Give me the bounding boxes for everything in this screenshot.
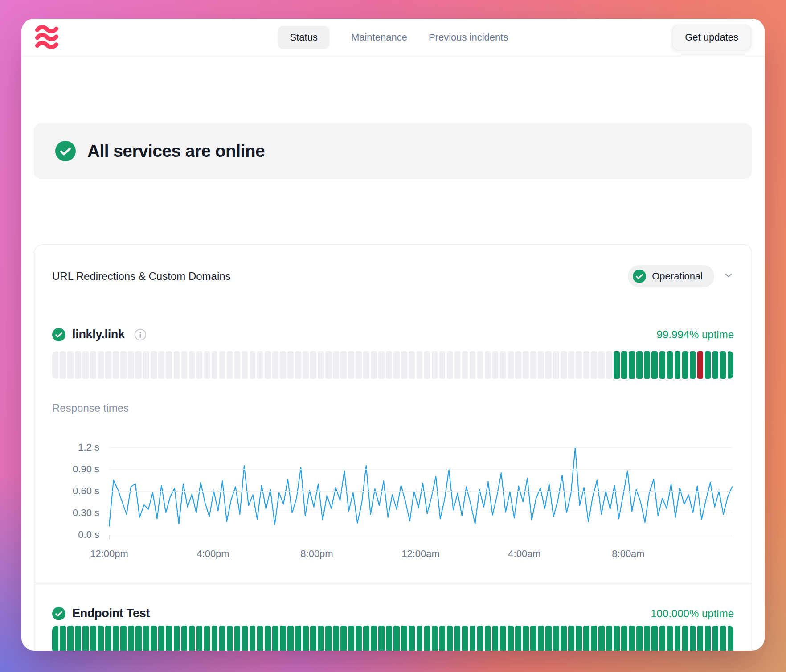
uptime-bar[interactable] bbox=[659, 626, 666, 651]
uptime-bar[interactable] bbox=[378, 626, 385, 651]
uptime-bar[interactable] bbox=[667, 626, 673, 651]
uptime-bar[interactable] bbox=[272, 351, 278, 379]
uptime-bar[interactable] bbox=[477, 351, 483, 379]
uptime-bar[interactable] bbox=[409, 351, 415, 379]
uptime-bar[interactable] bbox=[568, 626, 574, 651]
uptime-bar[interactable] bbox=[295, 351, 301, 379]
nav-tab-previous-incidents[interactable]: Previous incidents bbox=[429, 32, 508, 43]
uptime-bar[interactable] bbox=[181, 351, 188, 379]
uptime-bar[interactable] bbox=[52, 351, 58, 379]
uptime-bar[interactable] bbox=[105, 626, 111, 651]
uptime-bar[interactable] bbox=[250, 626, 256, 651]
uptime-bar[interactable] bbox=[492, 626, 499, 651]
uptime-bar[interactable] bbox=[143, 351, 149, 379]
uptime-bar[interactable] bbox=[242, 626, 248, 651]
uptime-bar[interactable] bbox=[606, 626, 612, 651]
uptime-bar[interactable] bbox=[644, 351, 650, 379]
uptime-bar[interactable] bbox=[720, 351, 726, 379]
uptime-bar[interactable] bbox=[303, 351, 309, 379]
uptime-bar[interactable] bbox=[424, 351, 430, 379]
uptime-bar[interactable] bbox=[325, 351, 332, 379]
uptime-bar[interactable] bbox=[614, 626, 620, 651]
uptime-bar[interactable] bbox=[143, 626, 149, 651]
uptime-bar[interactable] bbox=[697, 626, 704, 651]
uptime-bar[interactable] bbox=[242, 351, 248, 379]
uptime-bar[interactable] bbox=[583, 351, 590, 379]
uptime-bar[interactable] bbox=[598, 626, 605, 651]
uptime-bar[interactable] bbox=[591, 626, 597, 651]
uptime-bar[interactable] bbox=[523, 626, 529, 651]
uptime-bar[interactable] bbox=[52, 626, 58, 651]
uptime-bar[interactable] bbox=[196, 626, 203, 651]
uptime-bar[interactable] bbox=[98, 626, 104, 651]
uptime-bar[interactable] bbox=[158, 626, 164, 651]
uptime-bar[interactable] bbox=[113, 351, 119, 379]
uptime-bar[interactable] bbox=[621, 351, 627, 379]
uptime-bar[interactable] bbox=[470, 626, 476, 651]
uptime-bar[interactable] bbox=[553, 626, 559, 651]
uptime-bar[interactable] bbox=[340, 626, 347, 651]
status-badge[interactable]: Operational bbox=[628, 265, 714, 287]
uptime-bar[interactable] bbox=[333, 626, 339, 651]
uptime-bar[interactable] bbox=[606, 351, 612, 379]
uptime-bar[interactable] bbox=[470, 351, 476, 379]
uptime-bar[interactable] bbox=[280, 626, 286, 651]
uptime-bar[interactable] bbox=[614, 351, 620, 379]
uptime-bar[interactable] bbox=[538, 351, 544, 379]
uptime-bar[interactable] bbox=[310, 351, 316, 379]
uptime-bar[interactable] bbox=[318, 351, 324, 379]
uptime-bar[interactable] bbox=[265, 626, 271, 651]
uptime-bar[interactable] bbox=[272, 626, 278, 651]
uptime-bar[interactable] bbox=[105, 351, 111, 379]
uptime-bar[interactable] bbox=[371, 351, 377, 379]
uptime-bar[interactable] bbox=[492, 351, 499, 379]
uptime-bar[interactable] bbox=[462, 626, 468, 651]
uptime-bar[interactable] bbox=[287, 351, 294, 379]
uptime-bar[interactable] bbox=[135, 626, 142, 651]
uptime-bar[interactable] bbox=[576, 626, 582, 651]
uptime-bar[interactable] bbox=[189, 626, 195, 651]
uptime-bar[interactable] bbox=[348, 351, 354, 379]
uptime-bar[interactable] bbox=[651, 351, 658, 379]
uptime-bar[interactable] bbox=[212, 351, 218, 379]
uptime-bar[interactable] bbox=[393, 626, 400, 651]
uptime-bar[interactable] bbox=[75, 351, 81, 379]
uptime-bar[interactable] bbox=[432, 351, 438, 379]
uptime-bar[interactable] bbox=[485, 351, 491, 379]
uptime-bar[interactable] bbox=[545, 626, 552, 651]
uptime-bar[interactable] bbox=[675, 351, 681, 379]
uptime-bar[interactable] bbox=[553, 351, 559, 379]
nav-tab-maintenance[interactable]: Maintenance bbox=[351, 32, 407, 43]
uptime-bar[interactable] bbox=[151, 626, 157, 651]
uptime-bar[interactable] bbox=[67, 626, 74, 651]
info-circle-icon[interactable] bbox=[134, 328, 147, 341]
uptime-bar[interactable] bbox=[636, 351, 643, 379]
uptime-bar[interactable] bbox=[166, 351, 172, 379]
uptime-bar[interactable] bbox=[363, 351, 369, 379]
uptime-bar[interactable] bbox=[409, 626, 415, 651]
uptime-bar[interactable] bbox=[629, 351, 635, 379]
uptime-bar[interactable] bbox=[174, 351, 180, 379]
uptime-bar[interactable] bbox=[280, 351, 286, 379]
uptime-bar[interactable] bbox=[82, 626, 89, 651]
uptime-bar[interactable] bbox=[561, 626, 567, 651]
uptime-bar[interactable] bbox=[158, 351, 164, 379]
uptime-bar[interactable] bbox=[90, 626, 96, 651]
uptime-bar[interactable] bbox=[500, 351, 506, 379]
uptime-bar[interactable] bbox=[378, 351, 385, 379]
uptime-bar[interactable] bbox=[682, 626, 688, 651]
uptime-bar[interactable] bbox=[417, 626, 423, 651]
uptime-bar[interactable] bbox=[386, 351, 392, 379]
uptime-bar[interactable] bbox=[120, 351, 127, 379]
uptime-bar[interactable] bbox=[386, 626, 392, 651]
uptime-bar[interactable] bbox=[621, 626, 627, 651]
uptime-bar[interactable] bbox=[401, 626, 407, 651]
uptime-bar[interactable] bbox=[356, 351, 362, 379]
uptime-bar[interactable] bbox=[310, 626, 316, 651]
uptime-bar[interactable] bbox=[439, 351, 446, 379]
uptime-bar[interactable] bbox=[651, 626, 658, 651]
uptime-bar[interactable] bbox=[401, 351, 407, 379]
uptime-bar[interactable] bbox=[151, 351, 157, 379]
uptime-bar[interactable] bbox=[227, 351, 233, 379]
uptime-bar[interactable] bbox=[340, 351, 347, 379]
